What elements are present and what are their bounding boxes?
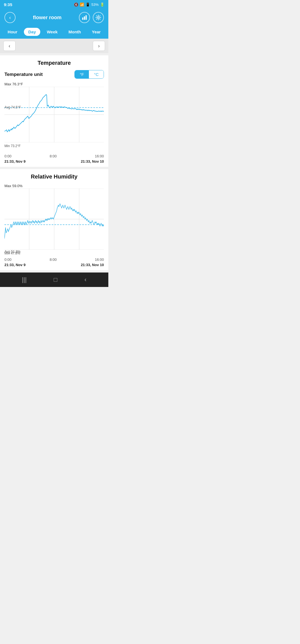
header-actions <box>79 12 104 23</box>
humidity-section: Relative Humidity Max 59.0% Min 47.8% Av… <box>0 169 108 270</box>
temp-date-end: 21:33, Nov 10 <box>81 159 104 164</box>
svg-rect-0 <box>82 18 83 20</box>
temp-x-labels: 0:00 8:00 16:00 <box>4 153 104 158</box>
status-icons: 🔇 📶 📱 53% 🔋 <box>74 3 104 7</box>
battery-icon: 🔋 <box>100 3 104 7</box>
temp-dates: 21:33, Nov 9 21:33, Nov 10 <box>4 159 104 164</box>
humidity-date-start: 21:33, Nov 9 <box>4 263 26 267</box>
mute-icon: 🔇 <box>74 3 78 7</box>
tab-month[interactable]: Month <box>64 28 86 36</box>
svg-rect-2 <box>86 15 87 20</box>
home-button[interactable]: □ <box>54 276 57 283</box>
unit-toggle: °F °C <box>74 70 104 79</box>
battery-indicator: 53% <box>91 3 99 7</box>
temperature-section: Temperature Temperature unit °F °C Max 7… <box>0 55 108 167</box>
temperature-chart-container: Max 76.3°F Min 73.2°F Avg 74.5°F 0 <box>4 82 104 164</box>
temp-x-label-1: 8:00 <box>50 154 57 158</box>
wifi-icon: 📶 <box>80 3 84 7</box>
temp-x-label-2: 16:00 <box>95 154 104 158</box>
tab-week[interactable]: Week <box>42 28 62 36</box>
chart-button[interactable] <box>79 12 90 23</box>
unit-fahrenheit-button[interactable]: °F <box>75 70 89 78</box>
status-time: 9:35 <box>4 2 12 7</box>
temp-min: Min 73.2°F <box>4 144 104 148</box>
humidity-x-label-1: 8:00 <box>50 257 57 262</box>
humidity-chart-container: Max 59.0% Min 47.8% Avg 51.8% 0:00 8:00 <box>4 184 104 267</box>
temp-unit-label: Temperature unit <box>4 72 43 77</box>
tab-bar: Hour Day Week Month Year <box>0 26 108 39</box>
humidity-x-label-0: 0:00 <box>4 257 11 262</box>
svg-point-3 <box>98 17 99 18</box>
bottom-navigation: ||| □ ‹ <box>0 273 108 287</box>
temp-date-start: 21:33, Nov 9 <box>4 159 26 164</box>
humidity-chart <box>4 189 104 251</box>
system-back-button[interactable]: ‹ <box>84 276 86 283</box>
prev-icon: ‹ <box>9 43 10 49</box>
back-icon: ‹ <box>9 15 11 21</box>
humidity-title: Relative Humidity <box>4 174 104 180</box>
humidity-date-end: 21:33, Nov 10 <box>81 263 104 267</box>
temp-unit-row: Temperature unit °F °C <box>4 70 104 79</box>
next-button[interactable]: › <box>93 41 105 51</box>
humidity-x-label-2: 16:00 <box>95 257 104 262</box>
humidity-max: Max 59.0% <box>4 184 104 188</box>
nav-row: ‹ › <box>0 39 108 53</box>
tab-hour[interactable]: Hour <box>3 28 22 36</box>
tab-year[interactable]: Year <box>88 28 105 36</box>
humidity-dates: 21:33, Nov 9 21:33, Nov 10 <box>4 263 104 267</box>
unit-celsius-button[interactable]: °C <box>89 70 104 78</box>
svg-rect-1 <box>84 16 85 20</box>
status-bar: 9:35 🔇 📶 📱 53% 🔋 <box>0 0 108 9</box>
temp-max: Max 76.3°F <box>4 82 104 86</box>
temp-x-label-0: 0:00 <box>4 154 11 158</box>
temperature-title: Temperature <box>4 60 104 66</box>
next-icon: › <box>98 43 100 49</box>
tab-day[interactable]: Day <box>24 28 41 36</box>
humidity-x-labels: 0:00 8:00 16:00 <box>4 256 104 262</box>
signal-icon: 📱 <box>86 3 90 7</box>
header: ‹ flower room <box>0 9 108 26</box>
settings-button[interactable] <box>93 12 104 23</box>
back-button[interactable]: ‹ <box>4 12 16 23</box>
recent-apps-button[interactable]: ||| <box>22 276 27 283</box>
chart-icon <box>82 15 87 20</box>
temperature-chart <box>4 87 104 143</box>
page-title: flower room <box>33 15 61 21</box>
prev-button[interactable]: ‹ <box>3 41 16 51</box>
gear-icon <box>96 15 101 20</box>
